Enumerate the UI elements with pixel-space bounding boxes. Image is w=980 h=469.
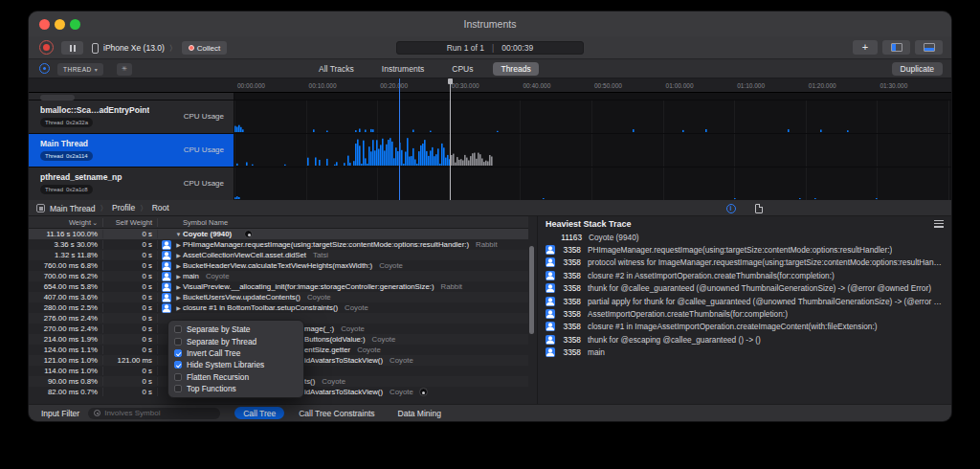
call-tree-row[interactable]: 760.00 ms 6.8% 0 s ▶BucketHeaderView.cal…: [29, 260, 528, 271]
track-filter-tab[interactable]: Instruments: [374, 62, 432, 76]
disclosure-icon[interactable]: ▶: [174, 262, 183, 269]
track-row[interactable]: bmalloc::Sca…adEntryPoint Thread0x2a32a …: [29, 100, 951, 134]
track-filter-tab[interactable]: Threads: [493, 62, 538, 76]
call-tree-row[interactable]: 1.32 s 11.8% 0 s ▶AssetCollectionViewCel…: [29, 250, 528, 260]
ruler-tick-label: 00:30.000: [452, 82, 479, 89]
track-row[interactable]: Main Thread Thread0x2a114 CPU Usage: [29, 134, 951, 168]
stack-trace-row[interactable]: 3358 PHImageManager.requestImage(using:t…: [538, 243, 951, 256]
stack-trace-row[interactable]: 3358 main: [538, 346, 951, 359]
timeline-ruler[interactable]: 00:00.00000:10.00000:20.00000:30.00000:4…: [29, 78, 951, 93]
track-area: bmalloc::Sca…adEntryPoint Thread0x2a32a …: [29, 93, 951, 200]
call-tree-row[interactable]: 3.36 s 30.0% 0 s ▶PHImageManager.request…: [29, 239, 528, 250]
column-header-self-weight[interactable]: Self Weight: [103, 218, 158, 227]
track-label[interactable]: Main Thread Thread0x2a114 CPU Usage: [29, 134, 234, 167]
breadcrumb-item[interactable]: Main Thread: [50, 204, 96, 213]
context-menu-item[interactable]: Separate by State: [168, 324, 303, 335]
main-toolbar: iPhone Xe (13.0) 〉 Collect Run 1 of 1 | …: [29, 36, 951, 59]
detail-tab[interactable]: Call Tree Constraints: [290, 407, 383, 419]
stack-trace-row[interactable]: 3358 thunk for @escaping @callee_guarant…: [538, 333, 951, 346]
cpu-usage-graph[interactable]: [234, 100, 951, 133]
stack-trace-row[interactable]: 11163 Coyote (9940): [538, 231, 951, 243]
self-weight-cell: 0 s: [103, 324, 158, 333]
disclosure-icon[interactable]: ▶: [174, 273, 183, 279]
focus-badge-icon[interactable]: [244, 230, 253, 238]
call-tree-row[interactable]: 654.00 ms 5.8% 0 s ▶VisualPreview.__allo…: [29, 281, 528, 292]
disclosure-icon[interactable]: ▶: [174, 294, 183, 301]
icon-cell: [158, 251, 174, 260]
filter-token-chip[interactable]: ✳: [117, 63, 132, 76]
cpu-usage-graph[interactable]: [234, 134, 951, 167]
context-menu-item[interactable]: Top Functions: [168, 383, 303, 394]
breadcrumb-item[interactable]: Profile: [96, 203, 136, 213]
checkmark-icon: [174, 373, 182, 381]
partial-track-row[interactable]: [29, 93, 951, 100]
stack-trace-row[interactable]: 3358 AssetImportOperation.createThumbnai…: [538, 307, 951, 320]
stack-trace-row[interactable]: 3358 protocol witness for ImageManager.r…: [538, 257, 951, 269]
column-header-symbol[interactable]: Symbol Name: [158, 218, 228, 227]
sample-count: 3358: [560, 347, 581, 357]
sort-indicator-icon: [91, 218, 98, 227]
document-icon[interactable]: [755, 204, 763, 213]
duplicate-button[interactable]: Duplicate: [892, 62, 943, 76]
weight-cell: 700.00 ms 6.2%: [29, 272, 103, 280]
stack-trace-row[interactable]: 3358 partial apply for thunk for @callee…: [538, 295, 951, 307]
breadcrumb-item[interactable]: Root: [135, 203, 168, 213]
weight-cell: 1.32 s 11.8%: [29, 251, 103, 259]
sample-count: 3358: [560, 322, 581, 331]
sample-count: 3358: [560, 257, 581, 267]
toggle-left-panel-button[interactable]: [882, 40, 910, 55]
weight-cell: 407.00 ms 3.6%: [29, 293, 103, 302]
toggle-bottom-panel-button[interactable]: [915, 40, 943, 55]
track-filter-tab[interactable]: CPUs: [444, 62, 480, 76]
call-tree-row[interactable]: 700.00 ms 6.2% 0 s ▶mainCoyote: [29, 271, 528, 281]
library-name: Coyote: [322, 377, 345, 386]
detail-tab[interactable]: Data Mining: [390, 407, 450, 419]
track-label[interactable]: bmalloc::Sca…adEntryPoint Thread0x2a32a …: [29, 100, 234, 133]
thread-filter-chip[interactable]: THREAD: [57, 63, 103, 76]
user-icon: [546, 335, 555, 345]
disclosure-icon[interactable]: ▼: [174, 232, 183, 237]
meter-type-label: CPU Usage: [184, 145, 224, 154]
context-menu-item[interactable]: Separate by Thread: [168, 335, 303, 346]
target-process-chip[interactable]: Collect: [182, 41, 227, 55]
call-tree-row[interactable]: 407.00 ms 3.6% 0 s ▶BucketUsersView.upda…: [29, 292, 528, 302]
call-tree-row[interactable]: 11.16 s 100.0% 0 s ▼Coyote (9940): [29, 229, 528, 239]
detail-tab[interactable]: Call Tree: [234, 407, 284, 419]
context-menu-item[interactable]: Hide System Libraries: [168, 359, 303, 370]
stack-trace-row[interactable]: 3358 thunk for @callee_guaranteed (@unow…: [538, 282, 951, 295]
disclosure-icon[interactable]: ▶: [174, 241, 183, 248]
track-name: Main Thread: [40, 139, 88, 148]
icon-cell: [158, 272, 174, 281]
info-icon[interactable]: i: [726, 204, 736, 213]
title-bar: Instruments: [29, 11, 951, 36]
user-icon: [162, 272, 171, 281]
call-tree-row[interactable]: 280.00 ms 2.5% 0 s ▶closure #1 in Bottom…: [29, 302, 528, 313]
stack-trace-row[interactable]: 3358 closure #1 in ImageAssetImportOpera…: [538, 321, 951, 333]
stack-trace-row[interactable]: 3358 closure #2 in AssetImportOperation.…: [538, 269, 951, 281]
weight-cell: 3.36 s 30.0%: [29, 240, 103, 249]
inspection-head-marker[interactable]: [399, 78, 400, 200]
record-button[interactable]: [39, 40, 54, 55]
disclosure-icon[interactable]: ▶: [174, 304, 183, 311]
vertical-scrollbar[interactable]: [529, 246, 534, 334]
symbol-filter-field[interactable]: [88, 408, 220, 419]
pause-button[interactable]: [61, 41, 83, 55]
target-icon[interactable]: [39, 63, 50, 74]
context-menu-item[interactable]: Flatten Recursion: [168, 371, 303, 383]
disclosure-icon[interactable]: ▶: [174, 283, 183, 290]
stack-list-icon[interactable]: [934, 220, 944, 228]
track-label[interactable]: pthread_setname_np Thread0x2a1c8 CPU Usa…: [29, 168, 234, 200]
context-menu-item[interactable]: Invert Call Tree: [168, 347, 303, 359]
weight-cell: 90.00 ms 0.8%: [29, 377, 103, 386]
device-selector[interactable]: iPhone Xe (13.0) 〉 Collect: [92, 41, 227, 55]
column-header-weight[interactable]: Weight: [29, 218, 103, 227]
symbol-filter-input[interactable]: [104, 409, 214, 417]
add-instrument-button[interactable]: +: [853, 40, 878, 55]
ruler-tick-label: 00:00.000: [237, 82, 265, 89]
track-filter-tab[interactable]: All Tracks: [311, 62, 362, 76]
disclosure-icon[interactable]: ▶: [174, 252, 183, 258]
cpu-usage-graph[interactable]: [234, 168, 951, 200]
track-row[interactable]: pthread_setname_np Thread0x2a1c8 CPU Usa…: [29, 168, 951, 200]
focus-badge-icon[interactable]: [419, 388, 428, 396]
playhead-marker[interactable]: [450, 78, 451, 200]
